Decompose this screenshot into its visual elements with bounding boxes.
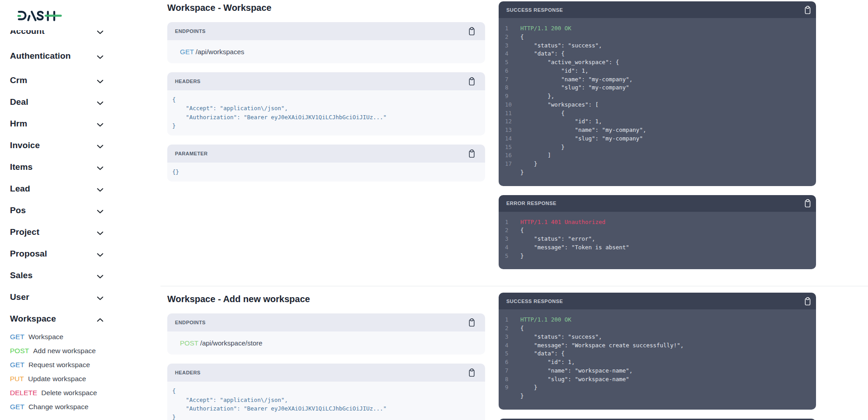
copy-button[interactable] (804, 5, 811, 14)
line-number: 5 (499, 58, 520, 67)
line-content: "id": 1, (520, 117, 602, 126)
code-line: 11 { (499, 109, 811, 118)
sidebar-subitem-label: Update workspace (28, 375, 86, 383)
line-number: 2 (499, 226, 520, 235)
sidebar-item-lead[interactable]: Lead (0, 178, 160, 200)
code-line: 5 "active_workspace": { (499, 58, 811, 67)
copy-button[interactable] (468, 77, 475, 86)
line-number: 14 (499, 135, 520, 143)
sidebar-item-label: Sales (10, 271, 33, 280)
code-line: 3 "status": "success", (499, 42, 811, 50)
panel-header: PARAMETER (167, 145, 485, 163)
code-body: { "Accept": "application\/json", "Author… (167, 382, 485, 420)
code-line: 9 } (499, 383, 811, 392)
line-content: "message": "Workspace create successfull… (520, 341, 684, 350)
sidebar-item-sales[interactable]: Sales (0, 265, 160, 286)
line-content: ] (520, 151, 551, 160)
line-number: 7 (499, 75, 520, 84)
code-line: } (499, 392, 811, 401)
chevron-down-icon (97, 210, 104, 214)
sidebar-subitem-change-workspace[interactable]: GETChange workspace (0, 400, 160, 414)
line-content: "name": "workspace-name", (520, 367, 632, 375)
clipboard-icon (804, 199, 811, 208)
sidebar-item-authentication[interactable]: Authentication (0, 45, 160, 67)
code-line: 5 "data": { (499, 350, 811, 358)
endpoint-path: /api/workspaces (196, 48, 245, 56)
line-content: "status": "success", (520, 42, 602, 50)
line-number: 4 (499, 341, 520, 350)
sidebar: AccountAuthenticationCrmDealHrmInvoiceIt… (0, 0, 160, 420)
line-content: } (520, 143, 565, 152)
endpoint-line: GET /api/workspaces (167, 40, 485, 63)
copy-button[interactable] (468, 27, 475, 36)
sidebar-item-deal[interactable]: Deal (0, 91, 160, 113)
sidebar-item-label: Items (10, 162, 33, 172)
request-column: Workspace - Add new workspaceENDPOINTSPO… (167, 286, 485, 420)
code-line: 1HTTP/1.1 200 OK (499, 24, 811, 33)
sidebar-subitem-delete-workspace[interactable]: DELETEDelete workspace (0, 386, 160, 400)
line-number: 6 (499, 358, 520, 367)
sidebar-item-crm[interactable]: Crm (0, 70, 160, 91)
sidebar-subitem-add-new-workspace[interactable]: POSTAdd new workspace (0, 344, 160, 358)
doc-section-workspace-workspace: Workspace - WorkspaceENDPOINTSGET /api/w… (167, 0, 861, 269)
sidebar-item-project[interactable]: Project (0, 221, 160, 243)
panel-title: ENDPOINTS (175, 320, 206, 325)
code-line: 2{ (499, 33, 811, 42)
line-content: } (520, 160, 538, 168)
sidebar-item-user[interactable]: User (0, 286, 160, 308)
sidebar-subitem-request-workspace[interactable]: GETRequest workspace (0, 358, 160, 372)
dash-logo[interactable] (17, 11, 62, 23)
code-line: 4 "data": { (499, 50, 811, 58)
sidebar-item-account[interactable]: Account (0, 30, 160, 42)
line-number: 3 (499, 333, 520, 341)
sidebar-subitem-label: Workspace (28, 333, 63, 341)
panel-endpoints: ENDPOINTSGET /api/workspaces (167, 22, 485, 63)
line-content: "slug": "my-company" (520, 84, 629, 92)
sidebar-item-hrm[interactable]: Hrm (0, 113, 160, 135)
line-number: 3 (499, 42, 520, 50)
line-number: 2 (499, 33, 520, 42)
sidebar-subitem-label: Add new workspace (33, 347, 96, 355)
sidebar-subitem-workspace[interactable]: GETWorkspace (0, 330, 160, 344)
line-number: 12 (499, 117, 520, 126)
line-content: HTTP/1.1 200 OK (520, 24, 571, 33)
panel-headers: HEADERS{ "Accept": "application\/json", … (167, 364, 485, 420)
request-column: Workspace - WorkspaceENDPOINTSGET /api/w… (167, 0, 485, 182)
code-line: 14 "slug": "my-company" (499, 135, 811, 143)
sidebar-item-pos[interactable]: Pos (0, 200, 160, 221)
sidebar-item-label: Crm (10, 75, 27, 85)
chevron-down-icon (97, 253, 104, 257)
line-content: "workspaces": [ (520, 101, 599, 109)
code-body: { "Accept": "application\/json", "Author… (167, 90, 485, 135)
copy-button[interactable] (468, 368, 475, 377)
code-line: 5} (499, 252, 811, 261)
code-block: { "Accept": "application\/json", "Author… (167, 382, 485, 420)
sidebar-subitem-label: Request workspace (28, 361, 90, 369)
panel-title: HEADERS (175, 79, 201, 84)
chevron-down-icon (97, 231, 104, 235)
sidebar-menu: AccountAuthenticationCrmDealHrmInvoiceIt… (0, 30, 160, 420)
copy-button[interactable] (468, 318, 475, 327)
sections-container: Workspace - WorkspaceENDPOINTSGET /api/w… (167, 0, 861, 420)
sidebar-item-proposal[interactable]: Proposal (0, 243, 160, 265)
copy-button[interactable] (468, 149, 475, 158)
section-title: Workspace - Workspace (167, 2, 485, 14)
copy-button[interactable] (804, 199, 811, 208)
doc-section-workspace-add-new-workspace: Workspace - Add new workspaceENDPOINTSPO… (167, 286, 861, 420)
sidebar-item-items[interactable]: Items (0, 156, 160, 178)
line-content: HTTP/1.1 200 OK (520, 316, 571, 324)
code-line: 4 "message": "Token is absent" (499, 243, 811, 252)
chevron-down-icon (97, 123, 104, 127)
panel-success-response: SUCCESS RESPONSE1HTTP/1.1 200 OK2{3 "sta… (499, 293, 816, 410)
sidebar-item-label: Pos (10, 205, 26, 215)
line-number: 5 (499, 350, 520, 358)
code-line: 2{ (499, 324, 811, 333)
sidebar-subitem-update-workspace[interactable]: PUTUpdate workspace (0, 372, 160, 386)
sidebar-item-workspace[interactable]: Workspace (0, 308, 160, 330)
line-content: } (520, 392, 524, 401)
sidebar-item-invoice[interactable]: Invoice (0, 135, 160, 156)
line-content: HTTP/1.1 401 Unauthorized (520, 218, 605, 227)
clipboard-icon (804, 5, 811, 14)
copy-button[interactable] (804, 297, 811, 306)
panel-header: ERROR RESPONSE (499, 195, 816, 212)
